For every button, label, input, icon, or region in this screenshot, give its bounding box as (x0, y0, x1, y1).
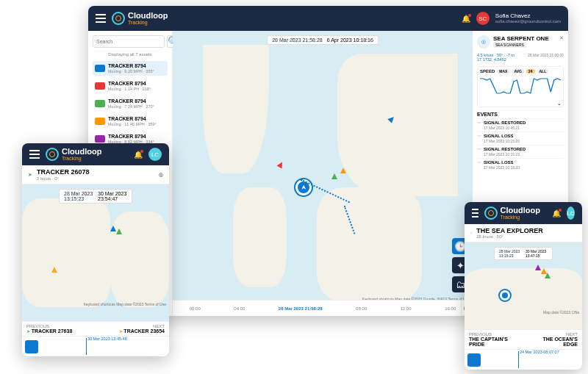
bell-icon[interactable]: 🔔 (134, 151, 143, 159)
marker-icon[interactable] (276, 161, 284, 169)
mobile-window-1: CloudloopTracking 🔔 LC ➤ TRACKER 260782 … (22, 143, 169, 356)
detail-coord: 17.1732, 4.5402 (477, 57, 506, 62)
tracker-nav: PREVIOUS➤ TRACKER 27638 NEXT➤ TRACKER 23… (22, 321, 169, 336)
tracker-nav: PREVIOUSTHE CAPTAIN'S PRIDE NEXTTHE OCEA… (465, 329, 582, 349)
asset-item[interactable]: TRACKER 8794Moving · 11.46 MPH · 359° (93, 114, 168, 129)
marker-icon[interactable] (110, 226, 116, 231)
tracker-bar[interactable]: ◦ THE SEA EXPLORER28 knots · 50° (465, 224, 582, 242)
tracker-bar[interactable]: ➤ TRACKER 260782 knots · 0° ◎ (22, 165, 169, 184)
marker-icon[interactable] (535, 265, 541, 270)
marker-icon[interactable] (51, 267, 57, 273)
next-button[interactable]: NEXT➤ TRACKER 23654 (96, 322, 169, 336)
date-range[interactable]: 28 Mar 2023 21:58:286 Apr 2023 10:18:16 (267, 35, 379, 45)
bell-icon[interactable]: 🔔 (552, 209, 561, 217)
chart-expand[interactable]: ⌄ (557, 101, 562, 107)
event-row[interactable]: 〰SIGNAL RESTORED17 Mar 2023 10:45:21 (477, 118, 564, 132)
avatar[interactable]: LC (148, 148, 162, 161)
prev-button[interactable]: PREVIOUS➤ TRACKER 27638 (22, 322, 96, 336)
event-row[interactable]: 〰SIGNAL RESTORED17 Mar 2023 10:15:23 (477, 145, 564, 158)
logo: CloudloopTracking (46, 148, 101, 161)
target-icon[interactable]: ◎ (159, 172, 163, 178)
map[interactable]: 28 Mar 2023 21:58:286 Apr 2023 10:18:16 … (173, 31, 473, 316)
map-attribution: Map data ©2023 Cffta (543, 310, 579, 314)
map[interactable]: 28 Mar 2023 13:15:2330 Mar 2023 23:54:47… (22, 184, 169, 321)
detail-title: SEA SERPENT ONE (493, 35, 549, 42)
map-attribution: Keyboard shortcuts Map data ©2023 Terms … (84, 302, 166, 306)
logo: CloudloopTracking (484, 206, 540, 220)
detail-lastupdate: 28 Mar 2023 21:00:00 (528, 53, 564, 57)
mini-timeline[interactable] (465, 349, 582, 370)
map[interactable]: 28 Mar 2023 13:15:2330 Mar 2023 13:47:15… (465, 242, 582, 329)
signal-icon: 〰 (477, 134, 481, 143)
range-pill[interactable]: MAX (497, 69, 509, 73)
menu-icon[interactable] (96, 14, 106, 23)
asset-item[interactable]: TRACKER 8794Moving · 7.24 MPH · 270° (93, 96, 168, 111)
event-row[interactable]: 〰SIGNAL LOSS17 Mar 2023 10:15:20 (477, 132, 564, 145)
menu-icon[interactable] (472, 209, 478, 217)
events-heading: EVENTS (477, 112, 564, 117)
marker-icon[interactable] (545, 273, 551, 278)
selected-marker-icon[interactable] (500, 290, 510, 301)
marker-icon[interactable] (331, 173, 337, 179)
range-pill[interactable]: AVG (512, 69, 523, 73)
signal-icon: 〰 (477, 121, 481, 130)
close-icon[interactable]: ✕ (559, 35, 564, 41)
play-icon[interactable] (467, 353, 481, 367)
next-button[interactable]: NEXTTHE OCEAN'S EDGE (523, 330, 582, 349)
search-input[interactable] (93, 35, 165, 48)
mobile-window-2: CloudloopTracking 🔔 LC ◦ THE SEA EXPLORE… (465, 202, 582, 370)
avatar[interactable]: LC (567, 206, 575, 220)
range-pill[interactable]: ALL (537, 69, 549, 73)
event-row[interactable]: 〰SIGNAL LOSS17 Mar 2023 10:15:20 (477, 158, 564, 171)
asset-item[interactable]: TRACKER 8794Moving · 9.20 MPH · 355° (93, 61, 168, 76)
logo: CloudloopTracking (112, 12, 168, 25)
arrow-icon: ➤ (28, 172, 32, 178)
compass-icon: ◎ (477, 35, 490, 48)
avatar[interactable]: SC (476, 12, 490, 25)
marker-icon[interactable] (116, 229, 122, 234)
timeline[interactable]: 00:0004:00 28 Mar 2023 21:58:28 08:0012:… (173, 300, 473, 316)
menu-icon[interactable] (29, 150, 40, 159)
marker-icon[interactable] (340, 168, 346, 173)
range-pill[interactable]: 24 (526, 69, 535, 73)
prev-button[interactable]: PREVIOUSTHE CAPTAIN'S PRIDE (465, 330, 523, 349)
signal-icon: 〰 (477, 160, 481, 170)
detail-tag: SEA SCANNERS (493, 42, 526, 48)
signal-icon: 〰 (477, 147, 481, 157)
date-range[interactable]: 28 Mar 2023 13:15:2330 Mar 2023 13:47:15 (494, 247, 553, 260)
speed-chart: SPEED MAX AVG 24 ALL ⌄ (477, 66, 564, 107)
date-range[interactable]: 28 Mar 2023 13:15:2330 Mar 2023 23:54:47 (59, 189, 132, 204)
mini-timeline[interactable] (22, 336, 169, 356)
asset-count: Displaying all 7 assets (93, 52, 168, 57)
bell-icon[interactable]: 🔔 (462, 15, 470, 23)
user-label: Sofia Chavezsofia.chavez@groundcontrol.c… (495, 13, 561, 24)
topbar: CloudloopTracking 🔔 SC Sofia Chavezsofia… (88, 6, 568, 31)
asset-item[interactable]: TRACKER 8794Moving · 1.14 PH · 218° (93, 79, 168, 93)
play-icon[interactable] (25, 340, 38, 353)
